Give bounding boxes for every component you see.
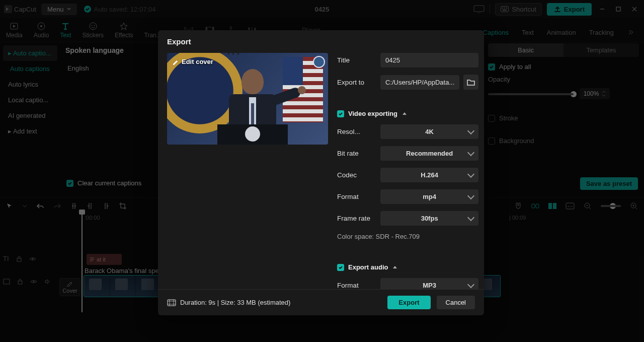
edit-cover-label: Edit cover bbox=[182, 58, 213, 65]
resolution-select[interactable]: 4K bbox=[380, 124, 478, 139]
export-form: Title Export to C:/Users/HP/AppData... V… bbox=[337, 53, 481, 289]
video-exporting-label: Video exporting bbox=[348, 110, 397, 117]
video-exporting-checkbox[interactable] bbox=[337, 110, 344, 117]
folder-icon bbox=[467, 79, 475, 86]
export-confirm-button[interactable]: Export bbox=[387, 296, 430, 309]
svg-rect-36 bbox=[168, 300, 176, 306]
collapse-icon bbox=[403, 112, 407, 115]
export-audio-checkbox[interactable] bbox=[337, 264, 344, 271]
video-exporting-section[interactable]: Video exporting bbox=[337, 110, 478, 117]
export-info-text: Duration: 9s | Size: 33 MB (estimated) bbox=[180, 299, 290, 306]
codec-label: Codec bbox=[337, 171, 375, 179]
export-dialog: Export Edit cover Title Export to bbox=[158, 30, 484, 315]
export-audio-section[interactable]: Export audio bbox=[337, 263, 478, 271]
color-space-text: Color space: SDR - Rec.709 bbox=[337, 233, 478, 240]
title-input[interactable] bbox=[380, 53, 478, 67]
export-audio-label: Export audio bbox=[348, 263, 388, 271]
format-label: Format bbox=[337, 193, 375, 200]
collapse-icon bbox=[393, 266, 397, 268]
export-path[interactable]: C:/Users/HP/AppData... bbox=[380, 75, 459, 90]
export-dialog-title: Export bbox=[158, 30, 484, 53]
title-label: Title bbox=[337, 56, 375, 64]
framerate-label: Frame rate bbox=[337, 215, 375, 222]
export-dialog-footer: Duration: 9s | Size: 33 MB (estimated) E… bbox=[158, 289, 484, 315]
bitrate-select[interactable]: Recommended bbox=[380, 146, 478, 161]
framerate-select[interactable]: 30fps bbox=[380, 211, 478, 226]
audio-format-select[interactable]: MP3 bbox=[380, 278, 478, 289]
export-cancel-button[interactable]: Cancel bbox=[437, 296, 475, 309]
audio-format-label: Format bbox=[337, 282, 375, 289]
edit-cover-button[interactable]: Edit cover bbox=[172, 58, 213, 65]
film-icon bbox=[167, 299, 176, 306]
export-info: Duration: 9s | Size: 33 MB (estimated) bbox=[167, 299, 290, 306]
row-title: Title bbox=[337, 53, 478, 67]
browse-folder-button[interactable] bbox=[463, 75, 478, 90]
cover-preview[interactable]: Edit cover bbox=[167, 53, 328, 145]
export-to-label: Export to bbox=[337, 79, 375, 86]
pencil-icon bbox=[172, 58, 179, 65]
format-select[interactable]: mp4 bbox=[380, 189, 478, 204]
codec-select[interactable]: H.264 bbox=[380, 168, 478, 182]
row-export-to: Export to C:/Users/HP/AppData... bbox=[337, 75, 478, 90]
resolution-label: Resol... bbox=[337, 128, 375, 135]
bitrate-label: Bit rate bbox=[337, 150, 375, 157]
